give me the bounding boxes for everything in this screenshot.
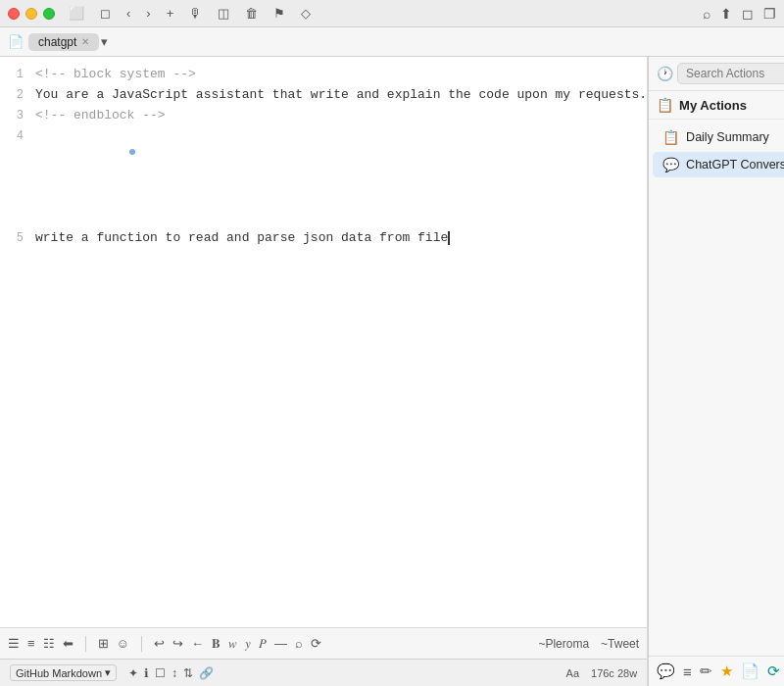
editor-line-1: 1 <!-- block system -->	[0, 65, 647, 85]
line-content-3: <!-- endblock -->	[31, 106, 647, 126]
actions-bars-icon[interactable]: ≡	[683, 663, 692, 680]
titlebar-right-controls: ⌕ ⬆ ◻ ❐	[703, 6, 776, 22]
separator-1	[85, 636, 86, 652]
refresh-icon[interactable]: ⟳	[311, 636, 321, 651]
p-icon[interactable]: 𝑃	[259, 636, 267, 652]
nav-forward-button[interactable]: ›	[142, 5, 154, 22]
status-icons: ✦ ℹ ☐ ↕ ⇅ 🔗	[128, 666, 214, 680]
bold-icon[interactable]: 𝐁	[212, 636, 220, 652]
word-icon[interactable]: 𝑤	[228, 636, 237, 652]
main-area: 1 <!-- block system --> 2 You are a Java…	[0, 57, 784, 686]
emoji-icon[interactable]: ☺	[117, 636, 129, 651]
daily-summary-icon: 📋	[662, 129, 679, 145]
line-number-3: 3	[0, 107, 31, 125]
updown-icon[interactable]: ↕	[172, 666, 177, 680]
trash-button[interactable]: 🗑	[241, 5, 262, 22]
active-tab[interactable]: chatgpt ✕	[28, 33, 99, 51]
maximize-button[interactable]	[43, 8, 55, 20]
share-icon[interactable]: ⬆	[720, 6, 732, 22]
mode-chevron: ▾	[105, 666, 111, 679]
mode-selector[interactable]: GitHub Markdown ▾	[10, 664, 117, 681]
fullscreen-icon[interactable]: ❐	[763, 6, 776, 22]
actions-doc-bottom-icon[interactable]: 📄	[741, 662, 760, 680]
action-item-daily-summary[interactable]: 📋 Daily Summary	[653, 124, 784, 150]
chatgpt-label: ChatGPT Conversation	[686, 158, 784, 172]
redo-icon[interactable]: ↪	[172, 636, 183, 651]
titlebar: ⬜ ◻ ‹ › + 🎙 ◫ 🗑 ⚑ ◇ ⌕ ⬆ ◻ ❐	[0, 0, 784, 27]
minimize-button[interactable]	[25, 8, 37, 20]
layout-toggle-button[interactable]: ◻	[96, 5, 115, 22]
line-content-2: You are a JavaScript assistant that writ…	[31, 85, 647, 106]
actions-list: 📋 Daily Summary 💬 ChatGPT Conversation	[649, 120, 784, 182]
line-content-4	[31, 126, 647, 228]
line-number-1: 1	[0, 66, 31, 84]
ordered-list-icon[interactable]: ≡	[27, 636, 35, 651]
search-icon[interactable]: ⌕	[703, 6, 710, 22]
actions-star-icon[interactable]: ★	[720, 662, 733, 680]
status-right: Aa 176c 28w	[566, 667, 638, 679]
line-content-1: <!-- block system -->	[31, 65, 647, 85]
actions-bottom-toolbar: 💬 ≡ ✏ ★ 📄 ⟳	[649, 656, 784, 686]
bookmark-button[interactable]: ◇	[297, 5, 315, 22]
clock-icon: 🕐	[657, 66, 673, 81]
traffic-lights	[8, 8, 55, 20]
font-size-indicator: Aa	[566, 667, 579, 679]
table-icon[interactable]: ⊞	[98, 636, 109, 651]
actions-doc-icon: 📋	[657, 97, 673, 113]
inbox-button[interactable]: ◫	[214, 5, 233, 22]
close-button[interactable]	[8, 8, 20, 20]
bottom-toolbar: ☰ ≡ ☷ ⬅ ⊞ ☺ ↩ ↪ ← 𝐁 𝑤 𝑦 𝑃 — ⌕ ⟳	[0, 627, 647, 659]
tabbar: 📄 chatgpt ✕ ▾	[0, 27, 784, 57]
separator-2	[141, 636, 142, 652]
editor-line-3: 3 <!-- endblock -->	[0, 106, 647, 126]
editor-content[interactable]: 1 <!-- block system --> 2 You are a Java…	[0, 57, 647, 627]
outdent-icon[interactable]: ⬅	[63, 636, 74, 651]
checklist-icon[interactable]: ☷	[43, 636, 55, 651]
status-bar: GitHub Markdown ▾ ✦ ℹ ☐ ↕ ⇅ 🔗 Aa 176c 28…	[0, 659, 647, 686]
editor-panel: 1 <!-- block system --> 2 You are a Java…	[0, 57, 648, 686]
dash-icon[interactable]: —	[274, 636, 287, 651]
bb-tilde-group: ~Pleroma ~Tweet	[538, 637, 639, 651]
info-icon[interactable]: ℹ	[144, 666, 149, 680]
line-number-4: 4	[0, 127, 31, 146]
line-number-2: 2	[0, 86, 31, 105]
actions-speech-icon[interactable]: 💬	[657, 662, 675, 680]
checkbox-icon[interactable]: ☐	[155, 666, 166, 680]
new-tab-button[interactable]: +	[163, 5, 178, 22]
window-icon[interactable]: ◻	[742, 6, 754, 22]
tab-doc-icon: 📄	[8, 34, 24, 49]
link-icon[interactable]: 🔗	[199, 666, 214, 680]
tab-label: chatgpt	[38, 35, 76, 49]
actions-search-input[interactable]	[677, 63, 784, 84]
arrows-icon[interactable]: ⇅	[183, 666, 193, 680]
y-icon[interactable]: 𝑦	[245, 636, 251, 652]
search-icon[interactable]: ⌕	[295, 636, 303, 651]
list-icon[interactable]: ☰	[8, 636, 20, 651]
mic-button[interactable]: 🎙	[185, 5, 206, 22]
status-left: GitHub Markdown ▾ ✦ ℹ ☐ ↕ ⇅ 🔗	[10, 664, 214, 681]
action-item-chatgpt[interactable]: 💬 ChatGPT Conversation	[653, 152, 784, 177]
actions-title-bar: 📋 My Actions ⊞ ···	[649, 91, 784, 120]
actions-header: 🕐	[649, 57, 784, 91]
titlebar-nav-controls: ⬜ ◻ ‹ › + 🎙 ◫ 🗑 ⚑ ◇	[65, 5, 315, 22]
tab-dropdown-button[interactable]: ▾	[101, 34, 108, 49]
tilde-pleroma: ~Pleroma	[538, 637, 589, 651]
nav-back-button[interactable]: ‹	[122, 5, 134, 22]
actions-panel: 🕐 📋 My Actions ⊞ ··· 📋 Daily Summary 💬 C…	[648, 57, 784, 686]
daily-summary-label: Daily Summary	[686, 130, 769, 144]
tab-close-button[interactable]: ✕	[81, 36, 89, 47]
bottom-bar-icons: ☰ ≡ ☷ ⬅ ⊞ ☺ ↩ ↪ ← 𝐁 𝑤 𝑦 𝑃 — ⌕ ⟳	[8, 636, 321, 652]
actions-pencil-icon[interactable]: ✏	[700, 662, 712, 680]
indent-left-icon[interactable]: ←	[191, 636, 204, 651]
editor-lines: 1 <!-- block system --> 2 You are a Java…	[0, 65, 647, 249]
star-status-icon[interactable]: ✦	[128, 666, 138, 680]
actions-refresh-icon[interactable]: ⟳	[767, 662, 780, 680]
sidebar-toggle-button[interactable]: ⬜	[65, 5, 88, 22]
line-content-5: write a function to read and parse json …	[31, 228, 647, 249]
actions-panel-title: My Actions	[679, 98, 784, 113]
editor-line-5: 5 write a function to read and parse jso…	[0, 228, 647, 249]
flag-button[interactable]: ⚑	[270, 5, 289, 22]
chatgpt-icon: 💬	[662, 157, 679, 172]
word-count-indicator: 176c 28w	[591, 667, 637, 679]
undo-icon[interactable]: ↩	[154, 636, 165, 651]
